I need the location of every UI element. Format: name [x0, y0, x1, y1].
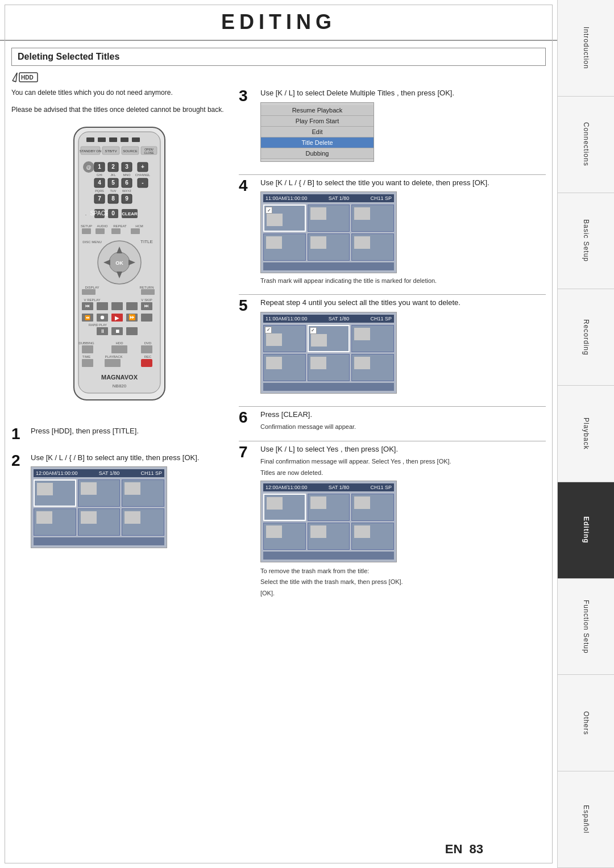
step-3-menu: Resume Playback Play From Start Edit Tit… — [260, 102, 374, 162]
sidebar-tab-basic-setup[interactable]: Basic Setup — [557, 193, 614, 290]
svg-rect-8 — [86, 137, 94, 142]
svg-text:OK: OK — [115, 260, 123, 266]
step-7-note1: Final confirmation message will appear. … — [260, 457, 546, 466]
svg-text:REPEAT: REPEAT — [113, 224, 127, 228]
step-6-block: 6 Press [CLEAR]. Confirmation message wi… — [239, 409, 546, 432]
left-column: You can delete titles which you do not n… — [11, 87, 227, 607]
svg-rect-87 — [126, 302, 138, 310]
svg-text:STANDBY ON: STANDBY ON — [80, 149, 101, 153]
step-5-body: Repeat step 4 until you select all the t… — [257, 297, 546, 397]
step-2-body: Use [K / L / { / B] to select any title,… — [28, 452, 227, 552]
step-3-body: Use [K / L] to select Delete Multiple Ti… — [257, 87, 546, 165]
sidebar-tab-others[interactable]: Others — [557, 675, 614, 771]
svg-text:4: 4 — [98, 180, 101, 186]
svg-rect-104 — [126, 327, 138, 335]
svg-text:·: · — [85, 212, 87, 218]
svg-rect-85 — [97, 302, 108, 310]
sidebar: Introduction Connections Basic Setup Rec… — [557, 0, 614, 868]
svg-text:2: 2 — [111, 164, 115, 170]
page-title-bar: EDITING — [0, 0, 557, 41]
svg-rect-80 — [141, 289, 155, 295]
svg-text:9: 9 — [125, 195, 128, 202]
svg-text:6: 6 — [125, 180, 128, 186]
sidebar-tab-editing[interactable]: Editing — [557, 482, 614, 579]
svg-text:JKL: JKL — [110, 173, 115, 177]
step-2-number: 2 — [11, 452, 28, 552]
svg-text:RETURN: RETURN — [140, 286, 154, 289]
title-cell-6 — [122, 508, 164, 536]
svg-text:CHANNEL: CHANNEL — [135, 173, 150, 177]
svg-rect-110 — [141, 345, 152, 353]
left-steps: 1 Press [HDD], then press [TITLE]. 2 Use… — [11, 425, 227, 552]
svg-text:V SKIP: V SKIP — [141, 298, 152, 302]
sidebar-tab-playback[interactable]: Playback — [557, 386, 614, 482]
step-6-number: 6 — [239, 409, 257, 432]
svg-rect-11 — [121, 137, 128, 142]
step-6-body: Press [CLEAR]. Confirmation message will… — [257, 409, 546, 432]
step-1-text: Press [HDD], then press [TITLE]. — [31, 425, 227, 437]
sidebar-tab-espanol[interactable]: Español — [557, 771, 614, 868]
step-3-number: 3 — [239, 87, 257, 165]
svg-rect-67 — [131, 228, 140, 234]
step-4-block: 4 Use [K / L / { / B] to select the titl… — [239, 177, 546, 286]
svg-rect-64 — [82, 228, 91, 234]
svg-text:HCM: HCM — [135, 224, 143, 228]
svg-text:WXYZ: WXYZ — [122, 189, 132, 193]
remote-svg: STANDBY ON STB/TV SOURCE OPEN/ CLOSE @ 1 — [57, 122, 182, 417]
intro-text-2: Please be advised that the titles once d… — [11, 105, 227, 115]
step-2-title-grid: 12:00AM/11:00:00 SAT 1/80 CH11 SP — [31, 466, 167, 548]
step-2-block: 2 Use [K / L / { / B] to select any titl… — [11, 452, 227, 552]
svg-text:CLEAR: CLEAR — [122, 211, 138, 216]
step-4-note: Trash mark will appear indicating the ti… — [260, 277, 546, 285]
step-5-number: 5 — [239, 297, 257, 397]
sidebar-tab-introduction[interactable]: Introduction — [557, 0, 614, 97]
svg-text:DISPLAY: DISPLAY — [85, 286, 99, 289]
remove-trash-note-2: Select the title with the trash mark, th… — [260, 578, 546, 586]
svg-text:SPACE: SPACE — [90, 210, 109, 216]
svg-text:⏺: ⏺ — [99, 314, 105, 320]
svg-text:RAPID PLAY: RAPID PLAY — [89, 323, 107, 327]
svg-text:@: @ — [86, 165, 91, 170]
svg-text:⏪: ⏪ — [85, 315, 90, 320]
svg-text:⏹: ⏹ — [115, 328, 120, 334]
svg-text:PLAYBACK: PLAYBACK — [105, 355, 122, 358]
sidebar-tab-recording[interactable]: Recording — [557, 289, 614, 386]
sidebar-tab-connections[interactable]: Connections — [557, 97, 614, 193]
right-column: 3 Use [K / L] to select Delete Multiple … — [239, 87, 546, 607]
remove-trash-note-3: [OK]. — [260, 589, 546, 598]
svg-text:3: 3 — [125, 164, 128, 170]
svg-text:DVD: DVD — [144, 341, 152, 345]
section-header: Deleting Selected Titles — [11, 48, 546, 66]
hdd-icon: HDD — [11, 70, 40, 84]
step-1-number: 1 — [11, 425, 28, 443]
step-3-block: 3 Use [K / L] to select Delete Multiple … — [239, 87, 546, 165]
title-cell-1 — [34, 479, 76, 507]
step-5-title-grid: 11:00AM/11:00:00 SAT 1/80 CH11 SP ✓ ✓ — [260, 312, 397, 394]
svg-text:▶: ▶ — [115, 315, 119, 321]
sidebar-tab-function-setup[interactable]: Function Setup — [557, 579, 614, 675]
svg-rect-115 — [105, 359, 121, 367]
step-3-text: Use [K / L] to select Delete Multiple Ti… — [260, 87, 546, 99]
svg-text:MAGNAVOX: MAGNAVOX — [101, 374, 138, 381]
svg-text:NB820: NB820 — [113, 383, 127, 389]
svg-rect-116 — [141, 359, 152, 367]
svg-text:DUBBING: DUBBING — [78, 341, 94, 345]
svg-rect-12 — [132, 137, 140, 142]
svg-rect-65 — [96, 228, 105, 234]
step-7-body: Use [K / L] to select Yes , then press [… — [257, 444, 546, 598]
svg-text:HDD: HDD — [116, 341, 124, 345]
step-7-number: 7 — [239, 444, 257, 598]
svg-text:GHI: GHI — [97, 173, 102, 177]
step-4-title-grid: 11:00AM/11:00:00 SAT 1/80 CH11 SP ✓ — [260, 191, 397, 273]
menu-edit: Edit — [261, 127, 374, 137]
svg-text:V REPLAY: V REPLAY — [84, 298, 101, 302]
step-2-text: Use [K / L / { / B] to select any title,… — [31, 452, 227, 464]
svg-text:-: - — [142, 180, 143, 186]
step-6-note: Confirmation message will appear. — [260, 423, 546, 431]
title-cell-2 — [78, 479, 121, 507]
svg-rect-108 — [82, 345, 93, 353]
menu-dubbing: Dubbing — [261, 148, 374, 159]
svg-text:⏭: ⏭ — [144, 303, 149, 308]
svg-text:STB/TV: STB/TV — [105, 149, 117, 153]
step-7-block: 7 Use [K / L] to select Yes , then press… — [239, 444, 546, 598]
